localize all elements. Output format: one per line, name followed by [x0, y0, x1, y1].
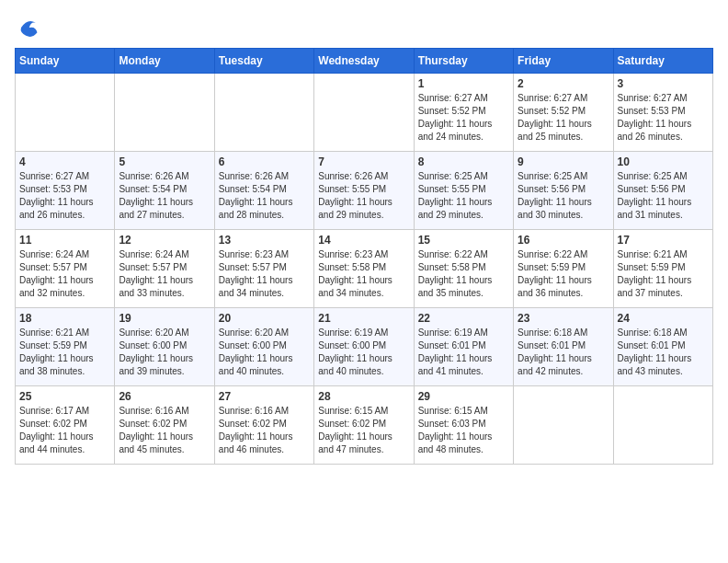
weekday-header: Thursday	[414, 49, 513, 74]
calendar-cell: 24Sunrise: 6:18 AMSunset: 6:01 PMDayligh…	[613, 308, 712, 386]
logo-icon	[15, 15, 40, 40]
calendar-cell: 28Sunrise: 6:15 AMSunset: 6:02 PMDayligh…	[314, 386, 414, 465]
calendar-cell: 21Sunrise: 6:19 AMSunset: 6:00 PMDayligh…	[314, 308, 414, 386]
day-detail: Sunrise: 6:15 AMSunset: 6:03 PMDaylight:…	[418, 405, 509, 456]
calendar-week-row: 25Sunrise: 6:17 AMSunset: 6:02 PMDayligh…	[16, 386, 713, 465]
day-number: 20	[219, 312, 310, 325]
calendar-cell: 17Sunrise: 6:21 AMSunset: 5:59 PMDayligh…	[613, 230, 712, 308]
calendar-cell: 13Sunrise: 6:23 AMSunset: 5:57 PMDayligh…	[214, 230, 313, 308]
day-number: 19	[119, 312, 210, 325]
calendar-cell	[514, 386, 613, 465]
day-detail: Sunrise: 6:27 AMSunset: 5:53 PMDaylight:…	[19, 170, 110, 222]
calendar-table: SundayMondayTuesdayWednesdayThursdayFrid…	[15, 48, 713, 465]
day-number: 8	[418, 155, 509, 168]
day-detail: Sunrise: 6:16 AMSunset: 6:02 PMDaylight:…	[219, 405, 310, 456]
weekday-header: Friday	[514, 49, 613, 74]
day-number: 9	[518, 155, 609, 168]
day-number: 1	[418, 77, 509, 90]
day-detail: Sunrise: 6:22 AMSunset: 5:59 PMDaylight:…	[518, 248, 609, 300]
calendar-cell: 18Sunrise: 6:21 AMSunset: 5:59 PMDayligh…	[16, 308, 115, 386]
day-detail: Sunrise: 6:16 AMSunset: 6:02 PMDaylight:…	[119, 405, 210, 456]
day-detail: Sunrise: 6:17 AMSunset: 6:02 PMDaylight:…	[19, 405, 110, 456]
calendar-cell: 6Sunrise: 6:26 AMSunset: 5:54 PMDaylight…	[214, 152, 313, 230]
day-detail: Sunrise: 6:18 AMSunset: 6:01 PMDaylight:…	[518, 327, 609, 378]
day-detail: Sunrise: 6:19 AMSunset: 6:00 PMDaylight:…	[318, 327, 409, 378]
weekday-header: Saturday	[613, 49, 712, 74]
day-number: 28	[318, 390, 409, 403]
calendar-cell: 9Sunrise: 6:25 AMSunset: 5:56 PMDaylight…	[514, 152, 613, 230]
calendar-cell: 10Sunrise: 6:25 AMSunset: 5:56 PMDayligh…	[613, 152, 712, 230]
day-number: 17	[618, 234, 709, 247]
weekday-header-row: SundayMondayTuesdayWednesdayThursdayFrid…	[16, 49, 713, 74]
day-number: 13	[219, 234, 310, 247]
day-number: 14	[318, 234, 409, 247]
calendar-cell	[16, 74, 115, 152]
day-number: 16	[518, 234, 609, 247]
calendar-cell: 7Sunrise: 6:26 AMSunset: 5:55 PMDaylight…	[314, 152, 414, 230]
calendar-cell: 3Sunrise: 6:27 AMSunset: 5:53 PMDaylight…	[613, 74, 712, 152]
day-detail: Sunrise: 6:26 AMSunset: 5:54 PMDaylight:…	[219, 170, 310, 222]
page-header	[15, 15, 713, 40]
day-number: 10	[618, 155, 709, 168]
day-detail: Sunrise: 6:21 AMSunset: 5:59 PMDaylight:…	[618, 248, 709, 300]
day-detail: Sunrise: 6:20 AMSunset: 6:00 PMDaylight:…	[119, 327, 210, 378]
day-number: 2	[518, 77, 609, 90]
calendar-cell: 19Sunrise: 6:20 AMSunset: 6:00 PMDayligh…	[115, 308, 214, 386]
day-detail: Sunrise: 6:18 AMSunset: 6:01 PMDaylight:…	[618, 327, 709, 378]
day-number: 26	[119, 390, 210, 403]
day-detail: Sunrise: 6:25 AMSunset: 5:55 PMDaylight:…	[418, 170, 509, 222]
day-number: 27	[219, 390, 310, 403]
weekday-header: Wednesday	[314, 49, 414, 74]
day-number: 4	[19, 155, 110, 168]
day-number: 22	[418, 312, 509, 325]
day-number: 12	[119, 234, 210, 247]
calendar-cell: 1Sunrise: 6:27 AMSunset: 5:52 PMDaylight…	[414, 74, 513, 152]
day-detail: Sunrise: 6:27 AMSunset: 5:52 PMDaylight:…	[518, 92, 609, 144]
day-detail: Sunrise: 6:23 AMSunset: 5:58 PMDaylight:…	[318, 248, 409, 300]
day-detail: Sunrise: 6:21 AMSunset: 5:59 PMDaylight:…	[19, 327, 110, 378]
day-number: 3	[618, 77, 709, 90]
calendar-cell	[115, 74, 214, 152]
day-detail: Sunrise: 6:23 AMSunset: 5:57 PMDaylight:…	[219, 248, 310, 300]
calendar-cell: 5Sunrise: 6:26 AMSunset: 5:54 PMDaylight…	[115, 152, 214, 230]
day-detail: Sunrise: 6:19 AMSunset: 6:01 PMDaylight:…	[418, 327, 509, 378]
weekday-header: Tuesday	[214, 49, 313, 74]
calendar-cell: 22Sunrise: 6:19 AMSunset: 6:01 PMDayligh…	[414, 308, 513, 386]
calendar-week-row: 18Sunrise: 6:21 AMSunset: 5:59 PMDayligh…	[16, 308, 713, 386]
day-number: 5	[119, 155, 210, 168]
calendar-cell: 12Sunrise: 6:24 AMSunset: 5:57 PMDayligh…	[115, 230, 214, 308]
calendar-week-row: 4Sunrise: 6:27 AMSunset: 5:53 PMDaylight…	[16, 152, 713, 230]
calendar-cell: 16Sunrise: 6:22 AMSunset: 5:59 PMDayligh…	[514, 230, 613, 308]
day-number: 21	[318, 312, 409, 325]
calendar-cell: 27Sunrise: 6:16 AMSunset: 6:02 PMDayligh…	[214, 386, 313, 465]
calendar-cell: 26Sunrise: 6:16 AMSunset: 6:02 PMDayligh…	[115, 386, 214, 465]
calendar-cell: 4Sunrise: 6:27 AMSunset: 5:53 PMDaylight…	[16, 152, 115, 230]
weekday-header: Sunday	[16, 49, 115, 74]
day-detail: Sunrise: 6:25 AMSunset: 5:56 PMDaylight:…	[618, 170, 709, 222]
calendar-cell: 14Sunrise: 6:23 AMSunset: 5:58 PMDayligh…	[314, 230, 414, 308]
day-detail: Sunrise: 6:24 AMSunset: 5:57 PMDaylight:…	[19, 248, 110, 300]
day-number: 11	[19, 234, 110, 247]
day-detail: Sunrise: 6:27 AMSunset: 5:52 PMDaylight:…	[418, 92, 509, 144]
calendar-cell: 11Sunrise: 6:24 AMSunset: 5:57 PMDayligh…	[16, 230, 115, 308]
calendar-cell: 2Sunrise: 6:27 AMSunset: 5:52 PMDaylight…	[514, 74, 613, 152]
calendar-cell	[314, 74, 414, 152]
day-number: 6	[219, 155, 310, 168]
day-detail: Sunrise: 6:27 AMSunset: 5:53 PMDaylight:…	[618, 92, 709, 144]
day-detail: Sunrise: 6:24 AMSunset: 5:57 PMDaylight:…	[119, 248, 210, 300]
day-number: 15	[418, 234, 509, 247]
weekday-header: Monday	[115, 49, 214, 74]
day-detail: Sunrise: 6:22 AMSunset: 5:58 PMDaylight:…	[418, 248, 509, 300]
day-number: 25	[19, 390, 110, 403]
calendar-cell	[214, 74, 313, 152]
day-number: 23	[518, 312, 609, 325]
calendar-week-row: 11Sunrise: 6:24 AMSunset: 5:57 PMDayligh…	[16, 230, 713, 308]
calendar-cell: 8Sunrise: 6:25 AMSunset: 5:55 PMDaylight…	[414, 152, 513, 230]
day-detail: Sunrise: 6:26 AMSunset: 5:54 PMDaylight:…	[119, 170, 210, 222]
day-detail: Sunrise: 6:26 AMSunset: 5:55 PMDaylight:…	[318, 170, 409, 222]
calendar-cell: 25Sunrise: 6:17 AMSunset: 6:02 PMDayligh…	[16, 386, 115, 465]
calendar-cell: 20Sunrise: 6:20 AMSunset: 6:00 PMDayligh…	[214, 308, 313, 386]
day-detail: Sunrise: 6:25 AMSunset: 5:56 PMDaylight:…	[518, 170, 609, 222]
day-number: 24	[618, 312, 709, 325]
calendar-week-row: 1Sunrise: 6:27 AMSunset: 5:52 PMDaylight…	[16, 74, 713, 152]
